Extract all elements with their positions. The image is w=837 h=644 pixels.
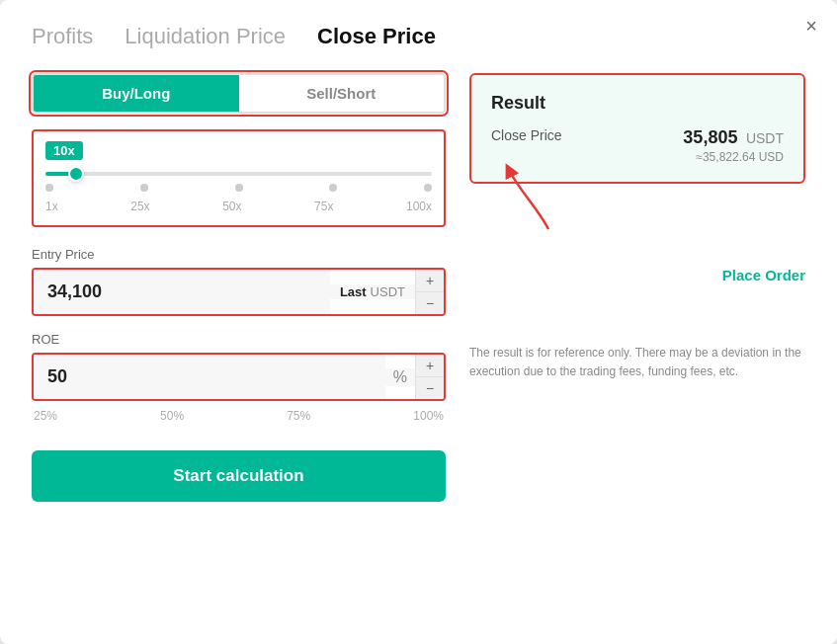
start-calculation-button[interactable]: Start calculation — [32, 450, 446, 502]
entry-price-plus-button[interactable]: + — [416, 270, 444, 291]
tab-profits[interactable]: Profits — [32, 24, 93, 49]
close-price-approx: ≈35,822.64 USD — [683, 150, 784, 164]
roe-pct-50[interactable]: 50% — [160, 409, 184, 423]
leverage-section: 10x 1x 25x — [32, 129, 446, 227]
left-panel: Buy/Long Sell/Short 10x — [32, 73, 446, 502]
right-panel: Result Close Price 35,805 USDT ≈35,822.6… — [469, 73, 805, 502]
roe-input-group: % + − — [32, 353, 446, 401]
arrow-svg — [489, 160, 568, 239]
roe-pct-75[interactable]: 75% — [287, 409, 310, 423]
entry-price-label: Entry Price — [32, 247, 446, 262]
leverage-label-75x: 75x — [314, 200, 333, 213]
entry-price-input[interactable] — [34, 270, 330, 314]
disclaimer-text: The result is for reference only. There … — [469, 344, 805, 381]
close-price-unit: USDT — [746, 130, 784, 146]
buy-long-button[interactable]: Buy/Long — [34, 75, 239, 112]
roe-pct-100[interactable]: 100% — [413, 409, 444, 423]
slider-dot-1 — [45, 184, 53, 192]
close-price-value: 35,805 — [683, 127, 737, 147]
result-title: Result — [491, 93, 784, 114]
slider-dot-2 — [140, 184, 148, 192]
place-order-container: Place Order — [469, 267, 805, 284]
entry-price-spinners: + − — [415, 270, 444, 314]
entry-price-input-group: Last USDT + − — [32, 268, 446, 316]
calculator-modal: × Profits Liquidation Price Close Price … — [0, 0, 837, 644]
close-price-label: Close Price — [491, 127, 562, 143]
entry-price-unit: USDT — [371, 284, 405, 299]
entry-price-section: Entry Price Last USDT + − — [32, 247, 446, 316]
entry-price-suffix: Last USDT — [330, 284, 415, 299]
result-row: Close Price 35,805 USDT ≈35,822.64 USD — [491, 127, 784, 164]
entry-price-minus-button[interactable]: − — [416, 292, 444, 314]
close-button[interactable]: × — [805, 16, 817, 36]
roe-label: ROE — [32, 332, 446, 347]
direction-toggle: Buy/Long Sell/Short — [32, 73, 446, 114]
roe-section: ROE % + − 25% 50% 75% 100% — [32, 332, 446, 423]
sell-short-button[interactable]: Sell/Short — [239, 75, 445, 112]
roe-minus-button[interactable]: − — [416, 377, 444, 399]
roe-pct-25[interactable]: 25% — [34, 409, 57, 423]
tab-bar: Profits Liquidation Price Close Price — [32, 24, 805, 49]
place-order-link[interactable]: Place Order — [722, 267, 805, 283]
leverage-badge: 10x — [45, 141, 83, 160]
entry-price-last-label: Last — [340, 284, 367, 299]
content-area: Buy/Long Sell/Short 10x — [32, 73, 805, 502]
leverage-label-25x: 25x — [130, 200, 149, 213]
result-value-container: 35,805 USDT ≈35,822.64 USD — [683, 127, 784, 164]
slider-dot-5 — [424, 184, 432, 192]
roe-unit: % — [385, 368, 415, 386]
tab-liquidation-price[interactable]: Liquidation Price — [125, 24, 286, 49]
slider-dot-4 — [329, 184, 337, 192]
tab-close-price[interactable]: Close Price — [317, 24, 436, 49]
leverage-label-50x: 50x — [222, 200, 241, 213]
arrow-annotation — [469, 200, 805, 259]
slider-labels: 1x 25x 50x 75x 100x — [45, 200, 432, 213]
leverage-label-100x: 100x — [406, 200, 432, 213]
roe-percent-labels: 25% 50% 75% 100% — [32, 409, 446, 423]
slider-dots — [45, 184, 432, 192]
leverage-slider[interactable] — [45, 168, 432, 200]
leverage-label-1x: 1x — [45, 200, 58, 213]
roe-input[interactable] — [34, 355, 385, 399]
slider-thumb[interactable] — [68, 166, 84, 182]
roe-plus-button[interactable]: + — [416, 355, 444, 376]
slider-track — [45, 172, 432, 176]
slider-dot-3 — [235, 184, 243, 192]
roe-spinners: + − — [415, 355, 444, 399]
